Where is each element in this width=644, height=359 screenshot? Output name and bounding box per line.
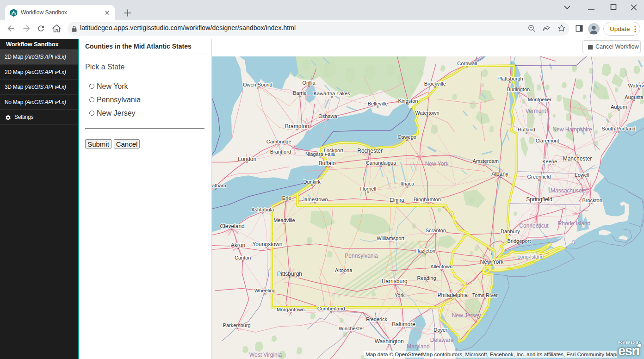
- svg-text:Canandaigua: Canandaigua: [366, 160, 396, 166]
- svg-text:Oshawa: Oshawa: [318, 113, 337, 119]
- svg-text:Springfield: Springfield: [526, 196, 552, 203]
- svg-text:Rochester: Rochester: [357, 148, 383, 154]
- svg-text:London: London: [238, 156, 256, 162]
- svg-text:Oswego: Oswego: [398, 134, 416, 140]
- svg-text:Keene: Keene: [542, 159, 557, 164]
- svg-text:Youngstown: Youngstown: [252, 241, 282, 248]
- svg-text:Amsterdam: Amsterdam: [473, 158, 499, 164]
- svg-text:Waterville: Waterville: [628, 83, 644, 88]
- svg-text:Harrisburg: Harrisburg: [382, 278, 408, 285]
- svg-text:Long Island: Long Island: [517, 254, 544, 260]
- svg-text:Wheeling: Wheeling: [254, 288, 276, 293]
- svg-text:Brantford: Brantford: [270, 149, 291, 155]
- svg-text:Owen Sound: Owen Sound: [243, 82, 272, 87]
- svg-text:Meadville: Meadville: [273, 217, 295, 223]
- svg-text:Elmira: Elmira: [390, 197, 404, 203]
- svg-text:West Virginia: West Virginia: [249, 352, 282, 358]
- svg-text:Greenfield: Greenfield: [527, 174, 551, 180]
- svg-text:Pittsburgh: Pittsburgh: [277, 271, 302, 277]
- svg-text:New York: New York: [480, 259, 504, 265]
- svg-text:Plattsburgh: Plattsburgh: [497, 76, 523, 81]
- svg-text:Dover: Dover: [433, 327, 447, 333]
- svg-text:Philadelphia: Philadelphia: [438, 292, 468, 298]
- svg-text:Scranton: Scranton: [426, 228, 446, 233]
- svg-text:Cambridge: Cambridge: [266, 139, 291, 144]
- svg-text:Maryland: Maryland: [407, 343, 429, 350]
- svg-text:Erie: Erie: [282, 195, 291, 201]
- svg-text:Dunkirk: Dunkirk: [303, 179, 321, 185]
- svg-text:Hazleton: Hazleton: [415, 248, 435, 254]
- svg-text:Ashtabula: Ashtabula: [251, 207, 274, 212]
- svg-text:New Hampshire: New Hampshire: [552, 126, 592, 133]
- svg-text:Kawartha Lakes: Kawartha Lakes: [314, 91, 350, 96]
- svg-text:Pennsylvania: Pennsylvania: [345, 253, 378, 259]
- svg-text:Cumberland: Cumberland: [317, 306, 345, 311]
- svg-text:Hornell: Hornell: [360, 186, 376, 192]
- svg-text:Brockton: Brockton: [582, 198, 602, 203]
- svg-text:Massachusetts: Massachusetts: [551, 187, 588, 194]
- svg-text:South Portland: South Portland: [602, 126, 636, 131]
- svg-text:Kingston: Kingston: [398, 98, 418, 104]
- svg-text:Baltimore: Baltimore: [392, 321, 415, 328]
- svg-text:Altoona: Altoona: [335, 267, 353, 273]
- svg-text:Akron: Akron: [231, 242, 245, 248]
- svg-text:Cornwall: Cornwall: [457, 61, 477, 66]
- svg-text:Montpelier: Montpelier: [528, 97, 552, 102]
- svg-text:Lowell: Lowell: [575, 172, 589, 178]
- svg-text:New Jersey: New Jersey: [452, 312, 481, 319]
- svg-text:Burlington: Burlington: [507, 87, 530, 92]
- svg-text:Winchester: Winchester: [339, 326, 364, 331]
- svg-text:Vermont: Vermont: [526, 108, 546, 114]
- svg-text:Augusta: Augusta: [625, 94, 644, 100]
- svg-text:Buffalo: Buffalo: [318, 160, 335, 167]
- svg-text:Rhode Island: Rhode Island: [558, 220, 591, 227]
- svg-text:Brampton: Brampton: [285, 123, 309, 130]
- svg-text:Williamsport: Williamsport: [377, 235, 404, 241]
- svg-text:Manchester: Manchester: [563, 155, 592, 162]
- svg-text:Connecticut: Connecticut: [519, 223, 549, 229]
- svg-text:Delaware: Delaware: [430, 337, 454, 343]
- svg-text:Ithaca: Ithaca: [401, 181, 415, 186]
- svg-text:Orillia: Orillia: [303, 80, 316, 86]
- svg-text:Bridgeport: Bridgeport: [508, 238, 531, 244]
- svg-text:Binghamton: Binghamton: [414, 197, 441, 202]
- svg-text:Rutland: Rutland: [518, 127, 535, 132]
- svg-text:York: York: [395, 292, 405, 298]
- svg-text:Washington: Washington: [375, 338, 404, 345]
- svg-text:Parkersburg: Parkersburg: [223, 322, 251, 328]
- svg-text:Belleville: Belleville: [368, 101, 388, 106]
- svg-text:Lockport: Lockport: [324, 148, 343, 153]
- svg-text:Danbury: Danbury: [501, 229, 520, 234]
- svg-text:Reading: Reading: [417, 275, 436, 281]
- svg-text:Morgantown: Morgantown: [277, 307, 305, 312]
- svg-text:Barrie: Barrie: [293, 90, 306, 96]
- svg-text:Auburn: Auburn: [611, 104, 627, 110]
- svg-text:Toms River: Toms River: [472, 292, 498, 298]
- svg-text:Claremont: Claremont: [536, 138, 559, 143]
- svg-text:Watertown: Watertown: [415, 110, 439, 116]
- svg-text:Cleveland: Cleveland: [220, 223, 244, 229]
- svg-text:Allentown: Allentown: [430, 264, 452, 269]
- svg-text:Chatham: Chatham: [212, 183, 226, 188]
- svg-text:Frederick: Frederick: [366, 316, 387, 322]
- svg-text:Brockville: Brockville: [424, 81, 446, 87]
- svg-text:New York: New York: [425, 161, 449, 167]
- svg-text:Albany: Albany: [491, 171, 508, 177]
- svg-text:Jamestown: Jamestown: [302, 197, 328, 202]
- svg-text:Canton: Canton: [235, 255, 251, 260]
